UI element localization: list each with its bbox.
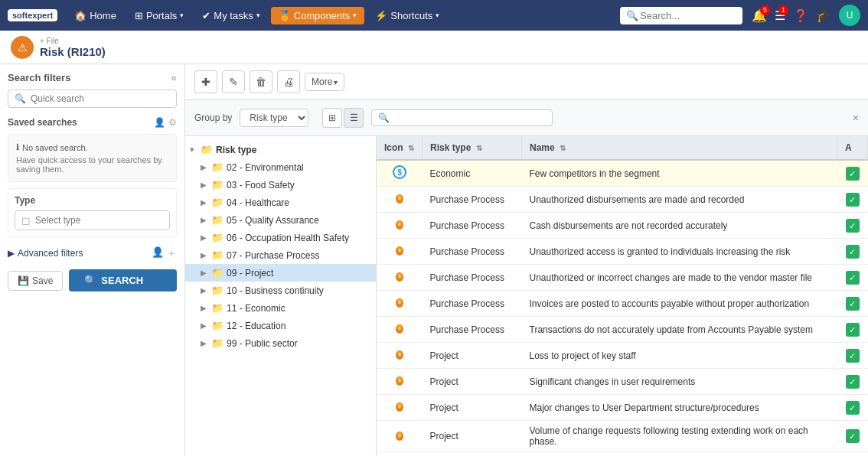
group-by-select[interactable]: Risk type [240, 109, 308, 127]
help-button[interactable]: ❓ [793, 8, 808, 23]
graduation-icon[interactable]: 🎓 [816, 8, 831, 23]
table-row[interactable]: Purchase ProcessUnauthorized or incorrec… [377, 265, 868, 291]
col-header-a[interactable]: A [837, 136, 868, 160]
col-header-name[interactable]: Name ⇅ [522, 136, 837, 160]
adv-settings-icon[interactable]: 👤 [152, 246, 164, 260]
type-select[interactable]: ◻ Select type [15, 210, 170, 230]
tree-item-09[interactable]: ▶ 📁 09 - Project [185, 264, 376, 282]
nav-components[interactable]: 🏅 Components ▾ [271, 7, 365, 24]
nav-my-tasks[interactable]: ✔ My tasks ▾ [194, 7, 267, 24]
check-icon: ✓ [846, 401, 860, 415]
info-icon: ℹ [16, 142, 19, 152]
svg-point-31 [398, 433, 400, 437]
tree-item-04-label: 04 - Healthcare [227, 197, 289, 208]
table-row[interactable]: ProjectMajor changes to User Department … [377, 395, 868, 421]
nav-home[interactable]: 🏠 Home [67, 7, 124, 24]
tree-item-04[interactable]: ▶ 📁 04 - Healthcare [185, 194, 376, 211]
tree-item-99-folder-icon: 📁 [211, 337, 224, 349]
table-row[interactable]: ProjectLoss to project of key staff✓ [377, 343, 868, 369]
table-row[interactable]: Purchase ProcessUnauthorized disbursemen… [377, 187, 868, 213]
table-row[interactable]: ProjectVolume of change requests followi… [377, 421, 868, 452]
tree-item-02[interactable]: ▶ 📁 02 - Environmental [185, 158, 376, 176]
cell-icon [377, 369, 423, 395]
notifications-button[interactable]: 🔔 5 [752, 8, 767, 23]
quick-search-input[interactable] [31, 93, 170, 104]
tree-item-09-label: 09 - Project [227, 268, 273, 278]
tree-item-05-label: 05 - Quality Assurance [227, 215, 319, 226]
tree-item-10[interactable]: ▶ 📁 10 - Business continuity [185, 282, 376, 299]
cell-icon [377, 343, 423, 369]
col-header-icon[interactable]: Icon ⇅ [377, 136, 423, 160]
filter-close-button[interactable]: × [853, 112, 859, 124]
alerts-button[interactable]: ☰ 1 [775, 8, 785, 23]
cell-status: ✓ [837, 187, 868, 213]
delete-button[interactable]: 🗑 [250, 70, 272, 93]
cell-name: Major changes to User Department structu… [522, 395, 837, 421]
tree-item-07-folder-icon: 📁 [211, 249, 224, 261]
table-row[interactable]: Purchase ProcessCash disbursements are n… [377, 213, 868, 239]
tree-item-02-folder-icon: 📁 [211, 161, 224, 173]
cell-name: Unauthorized or incorrect changes are ma… [522, 265, 837, 291]
cell-risk-type: Purchase Process [423, 213, 522, 239]
list-view-button[interactable]: ☰ [344, 108, 364, 128]
tree-item-05-folder-icon: 📁 [211, 214, 224, 226]
content-area: ✚ ✎ 🗑 🖨 More ▾ Group by Risk type [185, 64, 868, 456]
tree-item-05[interactable]: ▶ 📁 05 - Quality Assurance [185, 211, 376, 229]
tree-item-12[interactable]: ▶ 📁 12 - Education [185, 317, 376, 334]
add-button[interactable]: ✚ [194, 70, 217, 93]
svg-point-28 [398, 405, 400, 409]
delete-icon: 🗑 [256, 76, 266, 88]
cell-name: Volume of change requests following test… [522, 421, 837, 452]
table-row[interactable]: ProjectSignificant changes in user requi… [377, 369, 868, 395]
table-row[interactable]: ProjectLack of Academic and Departmental… [377, 452, 868, 457]
nav-portals[interactable]: ⊞ Portals ▾ [127, 7, 191, 24]
print-button[interactable]: 🖨 [277, 70, 300, 93]
table-row[interactable]: $EconomicFew competitors in the segment✓ [377, 160, 868, 187]
cell-icon: $ [377, 160, 423, 187]
table-row[interactable]: Purchase ProcessTransactions do not accu… [377, 317, 868, 343]
nav-shortcuts[interactable]: ⚡ Shortcuts ▾ [367, 7, 447, 24]
cell-status: ✓ [837, 421, 868, 452]
search-button-row: 💾 Save 🔍 SEARCH [8, 269, 177, 292]
toolbar: ✚ ✎ 🗑 🖨 More ▾ [185, 64, 868, 100]
global-search-input[interactable] [620, 7, 742, 24]
search-button[interactable]: 🔍 SEARCH [69, 269, 177, 292]
check-icon: ✓ [846, 429, 860, 443]
tree-item-07-chevron: ▶ [201, 251, 208, 259]
grid-view-button[interactable]: ⊞ [322, 108, 342, 128]
edit-icon: ✎ [229, 76, 238, 88]
saved-searches-add-icon[interactable]: 👤 [154, 117, 165, 128]
filter-search-input[interactable] [393, 112, 546, 123]
tree-item-09-folder-icon: 📁 [211, 267, 224, 278]
cell-risk-type: Project [423, 452, 522, 457]
col-header-risk-type[interactable]: Risk type ⇅ [423, 136, 522, 160]
tree-item-07[interactable]: ▶ 📁 07 - Purchase Process [185, 246, 376, 264]
results-table-area: Icon ⇅ Risk type ⇅ Name ⇅ [377, 136, 868, 456]
cell-risk-type: Purchase Process [423, 317, 522, 343]
no-saved-title: ℹ No saved search. [16, 142, 168, 152]
more-button[interactable]: More ▾ [305, 73, 344, 91]
save-button[interactable]: 💾 Save [8, 271, 63, 291]
edit-button[interactable]: ✎ [222, 70, 245, 93]
tree-item-11[interactable]: ▶ 📁 11 - Economic [185, 299, 376, 317]
tree-item-99[interactable]: ▶ 📁 99 - Public sector [185, 334, 376, 352]
tree-item-03-label: 03 - Food Safety [227, 180, 295, 191]
table-row[interactable]: Purchase ProcessInvoices are posted to a… [377, 291, 868, 317]
table-row[interactable]: Purchase ProcessUnauthorized access is g… [377, 239, 868, 265]
page-title: Risk (RI210) [40, 45, 106, 58]
user-avatar[interactable]: U [839, 5, 860, 26]
tree-item-10-folder-icon: 📁 [211, 285, 224, 296]
tree-root-folder-icon: 📁 [201, 144, 213, 155]
collapse-icon[interactable]: « [171, 72, 177, 83]
saved-searches-settings-icon[interactable]: ⚙ [168, 117, 177, 128]
tree-item-11-folder-icon: 📁 [211, 302, 224, 314]
sidebar-title: Search filters [8, 72, 70, 83]
sidebar-header-icons: « [171, 72, 177, 83]
advanced-filters-toggle[interactable]: ▶ Advanced filters [8, 248, 83, 259]
table-body: $EconomicFew competitors in the segment✓… [377, 160, 868, 456]
tree-root[interactable]: ▾ 📁 Risk type [185, 141, 376, 158]
top-navigation: softexpert 🏠 Home ⊞ Portals ▾ ✔ My tasks… [0, 0, 868, 31]
adv-add-icon[interactable]: ＋ [167, 246, 177, 260]
tree-item-03[interactable]: ▶ 📁 03 - Food Safety [185, 176, 376, 194]
tree-item-06[interactable]: ▶ 📁 06 - Occupation Health Safety [185, 229, 376, 246]
